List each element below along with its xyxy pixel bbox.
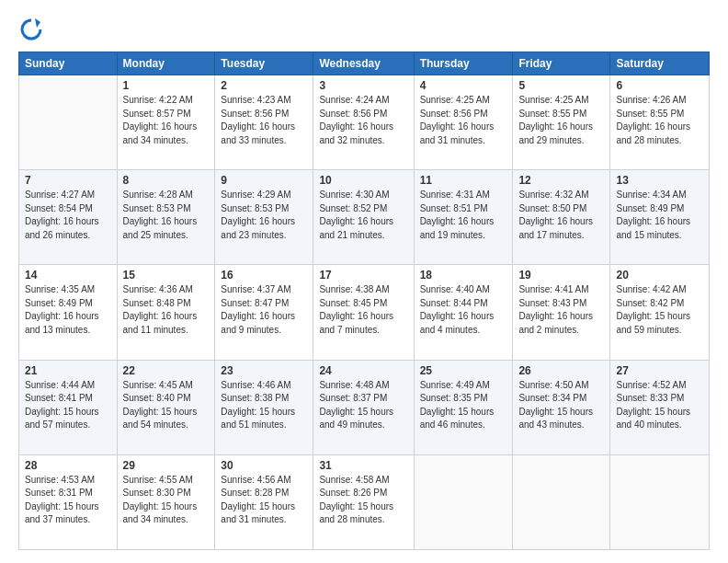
day-info: Sunrise: 4:37 AMSunset: 8:47 PMDaylight:…: [221, 283, 307, 337]
calendar-cell: 29 Sunrise: 4:55 AMSunset: 8:30 PMDaylig…: [117, 454, 215, 549]
day-info: Sunrise: 4:56 AMSunset: 8:28 PMDaylight:…: [221, 474, 307, 527]
day-header-saturday: Saturday: [610, 52, 710, 75]
day-number: 15: [123, 269, 210, 282]
calendar-cell: 1 Sunrise: 4:22 AMSunset: 8:57 PMDayligh…: [117, 75, 215, 170]
day-info: Sunrise: 4:38 AMSunset: 8:45 PMDaylight:…: [319, 283, 407, 337]
calendar-cell: 24 Sunrise: 4:48 AMSunset: 8:37 PMDaylig…: [313, 360, 414, 454]
day-info: Sunrise: 4:34 AMSunset: 8:49 PMDaylight:…: [616, 189, 703, 242]
calendar-cell: 16 Sunrise: 4:37 AMSunset: 8:47 PMDaylig…: [215, 265, 313, 360]
header-row: SundayMondayTuesdayWednesdayThursdayFrid…: [19, 52, 710, 75]
day-info: Sunrise: 4:46 AMSunset: 8:38 PMDaylight:…: [221, 379, 307, 432]
calendar-cell: 31 Sunrise: 4:58 AMSunset: 8:26 PMDaylig…: [313, 454, 414, 549]
day-number: 13: [616, 174, 703, 187]
calendar-cell: [19, 75, 118, 170]
logo: [18, 17, 46, 42]
day-number: 4: [420, 79, 507, 92]
day-info: Sunrise: 4:40 AMSunset: 8:44 PMDaylight:…: [420, 283, 507, 337]
day-info: Sunrise: 4:53 AMSunset: 8:31 PMDaylight:…: [25, 474, 111, 527]
day-number: 29: [123, 459, 210, 472]
day-number: 14: [25, 269, 111, 282]
day-number: 31: [319, 459, 407, 472]
day-number: 9: [221, 174, 307, 187]
day-info: Sunrise: 4:28 AMSunset: 8:53 PMDaylight:…: [123, 189, 210, 242]
day-info: Sunrise: 4:31 AMSunset: 8:51 PMDaylight:…: [420, 189, 507, 242]
day-number: 30: [221, 459, 307, 472]
calendar-cell: [414, 454, 513, 549]
day-info: Sunrise: 4:41 AMSunset: 8:43 PMDaylight:…: [518, 283, 604, 337]
calendar-cell: 17 Sunrise: 4:38 AMSunset: 8:45 PMDaylig…: [313, 265, 414, 360]
day-info: Sunrise: 4:25 AMSunset: 8:55 PMDaylight:…: [518, 94, 604, 147]
day-info: Sunrise: 4:23 AMSunset: 8:56 PMDaylight:…: [221, 94, 307, 147]
week-row-5: 28 Sunrise: 4:53 AMSunset: 8:31 PMDaylig…: [19, 454, 710, 549]
day-number: 11: [420, 174, 507, 187]
day-number: 16: [221, 269, 307, 282]
day-number: 25: [420, 364, 507, 377]
week-row-1: 1 Sunrise: 4:22 AMSunset: 8:57 PMDayligh…: [19, 75, 710, 170]
day-info: Sunrise: 4:22 AMSunset: 8:57 PMDaylight:…: [123, 94, 210, 147]
day-number: 27: [616, 364, 703, 377]
calendar-cell: 14 Sunrise: 4:35 AMSunset: 8:49 PMDaylig…: [19, 265, 118, 360]
calendar-cell: 22 Sunrise: 4:45 AMSunset: 8:40 PMDaylig…: [117, 360, 215, 454]
calendar-cell: 15 Sunrise: 4:36 AMSunset: 8:48 PMDaylig…: [117, 265, 215, 360]
day-number: 18: [420, 269, 507, 282]
calendar-cell: 19 Sunrise: 4:41 AMSunset: 8:43 PMDaylig…: [513, 265, 610, 360]
calendar-cell: 26 Sunrise: 4:50 AMSunset: 8:34 PMDaylig…: [513, 360, 610, 454]
calendar-cell: 2 Sunrise: 4:23 AMSunset: 8:56 PMDayligh…: [215, 75, 313, 170]
day-header-wednesday: Wednesday: [313, 52, 414, 75]
week-row-3: 14 Sunrise: 4:35 AMSunset: 8:49 PMDaylig…: [19, 265, 710, 360]
day-info: Sunrise: 4:48 AMSunset: 8:37 PMDaylight:…: [319, 379, 407, 432]
day-number: 20: [616, 269, 703, 282]
calendar-cell: 7 Sunrise: 4:27 AMSunset: 8:54 PMDayligh…: [19, 170, 118, 265]
calendar-cell: 30 Sunrise: 4:56 AMSunset: 8:28 PMDaylig…: [215, 454, 313, 549]
day-info: Sunrise: 4:50 AMSunset: 8:34 PMDaylight:…: [518, 379, 604, 432]
calendar-cell: 10 Sunrise: 4:30 AMSunset: 8:52 PMDaylig…: [313, 170, 414, 265]
day-number: 10: [319, 174, 407, 187]
day-number: 2: [221, 79, 307, 92]
calendar-cell: [513, 454, 610, 549]
day-info: Sunrise: 4:52 AMSunset: 8:33 PMDaylight:…: [616, 379, 703, 432]
calendar-cell: 8 Sunrise: 4:28 AMSunset: 8:53 PMDayligh…: [117, 170, 215, 265]
calendar-cell: [610, 454, 710, 549]
day-number: 26: [518, 364, 604, 377]
day-info: Sunrise: 4:44 AMSunset: 8:41 PMDaylight:…: [25, 379, 111, 432]
calendar-cell: 12 Sunrise: 4:32 AMSunset: 8:50 PMDaylig…: [513, 170, 610, 265]
day-number: 19: [518, 269, 604, 282]
day-number: 3: [319, 79, 407, 92]
logo-icon: [18, 17, 44, 42]
day-info: Sunrise: 4:45 AMSunset: 8:40 PMDaylight:…: [123, 379, 210, 432]
calendar-cell: 4 Sunrise: 4:25 AMSunset: 8:56 PMDayligh…: [414, 75, 513, 170]
calendar-cell: 27 Sunrise: 4:52 AMSunset: 8:33 PMDaylig…: [610, 360, 710, 454]
calendar-cell: 20 Sunrise: 4:42 AMSunset: 8:42 PMDaylig…: [610, 265, 710, 360]
day-number: 28: [25, 459, 111, 472]
day-header-thursday: Thursday: [414, 52, 513, 75]
day-number: 22: [123, 364, 210, 377]
calendar-cell: 28 Sunrise: 4:53 AMSunset: 8:31 PMDaylig…: [19, 454, 118, 549]
calendar-cell: 18 Sunrise: 4:40 AMSunset: 8:44 PMDaylig…: [414, 265, 513, 360]
day-number: 12: [518, 174, 604, 187]
day-number: 21: [25, 364, 111, 377]
day-number: 5: [518, 79, 604, 92]
day-number: 8: [123, 174, 210, 187]
day-number: 1: [123, 79, 210, 92]
calendar-cell: 5 Sunrise: 4:25 AMSunset: 8:55 PMDayligh…: [513, 75, 610, 170]
day-number: 6: [616, 79, 703, 92]
week-row-4: 21 Sunrise: 4:44 AMSunset: 8:41 PMDaylig…: [19, 360, 710, 454]
day-number: 7: [25, 174, 111, 187]
calendar-cell: 25 Sunrise: 4:49 AMSunset: 8:35 PMDaylig…: [414, 360, 513, 454]
day-info: Sunrise: 4:42 AMSunset: 8:42 PMDaylight:…: [616, 283, 703, 337]
day-number: 23: [221, 364, 307, 377]
day-info: Sunrise: 4:58 AMSunset: 8:26 PMDaylight:…: [319, 474, 407, 527]
calendar-cell: 3 Sunrise: 4:24 AMSunset: 8:56 PMDayligh…: [313, 75, 414, 170]
calendar-cell: 9 Sunrise: 4:29 AMSunset: 8:53 PMDayligh…: [215, 170, 313, 265]
calendar-cell: 13 Sunrise: 4:34 AMSunset: 8:49 PMDaylig…: [610, 170, 710, 265]
day-header-monday: Monday: [117, 52, 215, 75]
calendar-cell: 23 Sunrise: 4:46 AMSunset: 8:38 PMDaylig…: [215, 360, 313, 454]
day-info: Sunrise: 4:55 AMSunset: 8:30 PMDaylight:…: [123, 474, 210, 527]
day-info: Sunrise: 4:30 AMSunset: 8:52 PMDaylight:…: [319, 189, 407, 242]
calendar-page: SundayMondayTuesdayWednesdayThursdayFrid…: [0, 0, 728, 563]
day-info: Sunrise: 4:24 AMSunset: 8:56 PMDaylight:…: [319, 94, 407, 147]
calendar-cell: 6 Sunrise: 4:26 AMSunset: 8:55 PMDayligh…: [610, 75, 710, 170]
calendar-cell: 11 Sunrise: 4:31 AMSunset: 8:51 PMDaylig…: [414, 170, 513, 265]
day-info: Sunrise: 4:35 AMSunset: 8:49 PMDaylight:…: [25, 283, 111, 337]
calendar-table: SundayMondayTuesdayWednesdayThursdayFrid…: [18, 52, 710, 550]
